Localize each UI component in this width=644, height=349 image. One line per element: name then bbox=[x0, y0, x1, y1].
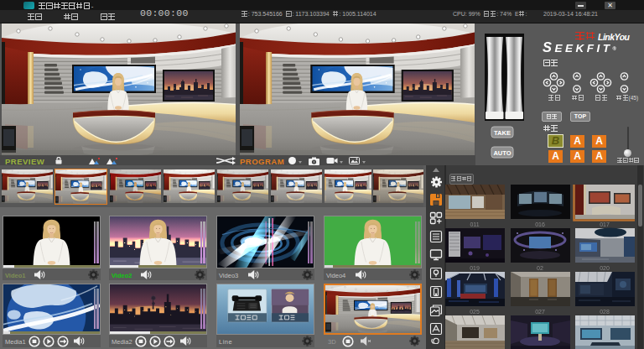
svg-text:02: 02 bbox=[537, 265, 543, 271]
svg-text:AUTO: AUTO bbox=[493, 149, 511, 157]
svg-text:017: 017 bbox=[600, 221, 610, 227]
svg-text:019: 019 bbox=[470, 265, 480, 271]
svg-text:011: 011 bbox=[470, 221, 479, 227]
svg-text:020: 020 bbox=[600, 265, 610, 271]
svg-text:025: 025 bbox=[470, 309, 480, 315]
svg-text:TAKE: TAKE bbox=[494, 129, 511, 137]
svg-text:028: 028 bbox=[600, 309, 610, 315]
svg-text:027: 027 bbox=[535, 309, 545, 315]
svg-text:016: 016 bbox=[535, 221, 545, 227]
